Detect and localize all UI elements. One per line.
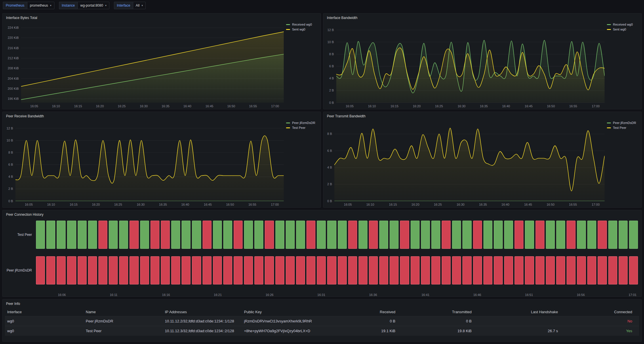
status-bar[interactable] [379,256,388,284]
status-bar[interactable] [587,256,596,284]
status-bar[interactable] [577,256,586,284]
panel-title[interactable]: Interface Bytes Total [3,14,321,21]
status-bar[interactable] [286,256,295,284]
variable-interface-label[interactable]: Interface [114,2,133,9]
status-bar[interactable] [629,221,638,249]
legend-item[interactable]: Test Peer [607,126,639,129]
status-bar[interactable] [567,256,576,284]
status-bar[interactable] [338,256,347,284]
status-bar[interactable] [536,221,544,249]
panel-title[interactable]: Peer Transmit Bandwidth [323,112,641,119]
status-bar[interactable] [327,256,336,284]
column-header[interactable]: Last Handshake [476,310,563,314]
status-bar[interactable] [619,256,628,284]
column-header[interactable]: Transmitted [400,310,476,314]
status-bar[interactable] [234,256,243,284]
status-bar[interactable] [431,256,440,284]
status-bar[interactable] [598,256,607,284]
status-bar[interactable] [629,256,638,284]
status-bar[interactable] [442,221,451,249]
status-bar[interactable] [67,221,76,249]
status-bar[interactable] [390,256,399,284]
status-bar[interactable] [203,221,212,249]
variable-prometheus-label[interactable]: Prometheus [3,2,27,9]
status-bar[interactable] [369,221,378,249]
status-bar[interactable] [494,221,503,249]
status-bar[interactable] [109,221,118,249]
status-bar[interactable] [462,256,471,284]
status-bar[interactable] [46,221,55,249]
status-bar[interactable] [150,221,159,249]
status-bar[interactable] [182,256,190,284]
status-bar[interactable] [140,256,149,284]
status-bar[interactable] [411,256,420,284]
status-bar[interactable] [275,221,284,249]
status-bar[interactable] [525,256,534,284]
status-bar[interactable] [161,256,170,284]
status-bar[interactable] [306,256,315,284]
status-bar[interactable] [504,221,513,249]
status-bar[interactable] [421,221,430,249]
status-bar[interactable] [567,221,576,249]
status-bar[interactable] [182,221,190,249]
status-bar[interactable] [379,221,388,249]
interface-bandwidth-chart[interactable]: 0 B2 B4 B6 B8 B10 B12 B16:0516:1016:1516… [323,21,607,109]
status-bar[interactable] [254,256,263,284]
status-bar[interactable] [411,221,420,249]
status-bar[interactable] [98,221,107,249]
status-bar[interactable] [140,221,149,249]
variable-interface-select[interactable]: All ▾ [133,2,146,9]
status-bar[interactable] [608,256,617,284]
status-bar[interactable] [275,256,284,284]
status-bar[interactable] [619,221,628,249]
legend-item[interactable]: Sent wg0 [286,28,318,31]
status-bar[interactable] [525,221,534,249]
status-bar[interactable] [442,256,451,284]
status-bar[interactable] [244,221,253,249]
status-bar[interactable] [390,221,399,249]
status-bar[interactable] [359,256,367,284]
status-bar[interactable] [223,221,232,249]
status-bar[interactable] [223,256,232,284]
interface-bytes-total-chart[interactable]: 196 KiB200 KiB204 KiB208 KiB212 KiB216 K… [3,21,286,109]
status-bar[interactable] [88,221,97,249]
status-bar[interactable] [296,256,305,284]
status-bar[interactable] [359,221,367,249]
status-bar[interactable] [483,256,492,284]
status-bar[interactable] [598,221,607,249]
status-bar[interactable] [171,256,180,284]
column-header[interactable]: Connected [563,310,637,314]
status-bar[interactable] [473,221,482,249]
status-bar[interactable] [431,221,440,249]
status-bar[interactable] [494,256,503,284]
status-bar[interactable] [338,221,347,249]
status-bar[interactable] [36,256,45,284]
status-bar[interactable] [192,256,201,284]
status-bar[interactable] [483,221,492,249]
status-bar[interactable] [462,221,471,249]
status-bar[interactable] [119,221,128,249]
legend-item[interactable]: Test Peer [286,126,318,129]
panel-title[interactable]: Interface Bandwidth [323,14,641,21]
status-bar[interactable] [306,221,315,249]
legend-item[interactable]: Sent wg0 [607,28,639,31]
status-bar[interactable] [265,221,274,249]
column-header[interactable]: Received [328,310,400,314]
legend-item[interactable]: Received wg0 [286,23,318,26]
status-bar[interactable] [348,221,357,249]
status-bar[interactable] [286,221,295,249]
panel-title[interactable]: Peer Connection History [3,210,641,218]
column-header[interactable]: Interface [7,310,86,314]
status-bar[interactable] [171,221,180,249]
peer-transmit-bandwidth-chart[interactable]: 0 B2 B4 B6 B8 B16:0516:1016:1516:2016:25… [323,119,607,207]
status-bar[interactable] [36,221,45,249]
status-bar[interactable] [57,221,66,249]
status-bar[interactable] [327,221,336,249]
status-bar[interactable] [234,221,243,249]
status-bar[interactable] [546,221,555,249]
status-bar[interactable] [213,221,222,249]
panel-title[interactable]: Peer Info [3,299,641,307]
status-bar[interactable] [119,256,128,284]
status-bar[interactable] [515,256,523,284]
status-bar[interactable] [452,256,461,284]
